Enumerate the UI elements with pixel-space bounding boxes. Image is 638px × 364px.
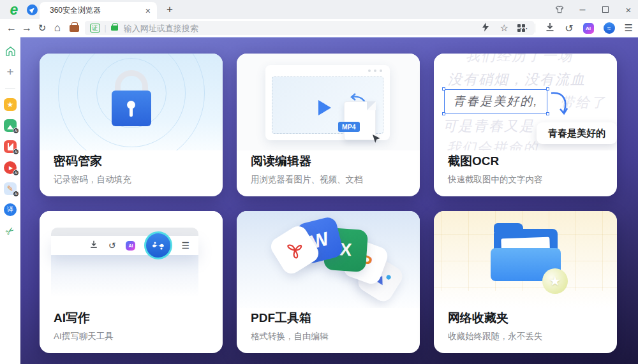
favorites-star-icon: ★ (4, 98, 17, 111)
main-menu-icon[interactable]: ☰ (625, 22, 633, 34)
file-type-badge: MP4 (338, 122, 360, 132)
handwriting-line: 可是青春又是 (443, 117, 535, 136)
padlock-icon (112, 91, 151, 126)
sidebar-add-button[interactable]: + (4, 66, 17, 78)
ai-browser-logo-icon[interactable]: ≈ (604, 22, 615, 34)
ai-mini-badge: AI (13, 170, 19, 176)
ai-mini-badge: AI (13, 127, 19, 134)
menu-icon: ☰ (181, 240, 189, 251)
back-button[interactable]: ← (4, 19, 19, 37)
ai-writing-illustration: ↺ AI ☰ (40, 211, 223, 308)
mini-toolbar: ↺ AI ☰ (51, 236, 198, 255)
download-icon[interactable] (545, 22, 555, 34)
ai-badge-icon: AI (126, 241, 135, 251)
home-icon (5, 46, 16, 57)
feature-page: 密码管家 记录密码，自动填充 MP4 (20, 37, 638, 364)
sidebar-item-image-ai[interactable]: AI (4, 119, 17, 132)
mp4-file-icon: MP4 (344, 101, 376, 140)
ocr-result-bubble: 青春是美好的 (537, 122, 617, 144)
sidebar-item-favorites[interactable]: ★ (4, 98, 17, 111)
card-web-favorites[interactable]: ★ 网络收藏夹 收藏始终跟随，永不丢失 (434, 211, 617, 353)
tab-360-browser[interactable]: 360安全浏览器 × (40, 2, 157, 19)
close-tab-icon[interactable]: × (145, 6, 151, 15)
card-subtitle: 快速截取图中的文字内容 (448, 174, 543, 186)
selected-text: 青春是美好的, (453, 93, 538, 110)
sidebar-item-translate[interactable]: 译 (4, 203, 17, 216)
reader-illustration: MP4 (237, 54, 420, 150)
ai-mini-badge: AI (13, 191, 19, 197)
divider (535, 24, 535, 33)
cursor-icon (372, 135, 380, 143)
card-subtitle: AI撰写聊天工具 (54, 331, 114, 342)
handwriting-line: 我们会拼命的 (447, 138, 538, 150)
handwriting-line: 我们经历了一场 (466, 54, 573, 66)
play-icon (318, 100, 331, 115)
lightning-accelerate-icon[interactable] (482, 22, 489, 34)
card-password-manager[interactable]: 密码管家 记录密码，自动填充 (40, 54, 223, 196)
pdf-logo-icon (280, 235, 309, 264)
card-subtitle: 用浏览器看图片、视频、文档 (251, 174, 363, 186)
sidebar: + ★ AI AI ▶ AI ✎ AI 译 ✂ (0, 37, 20, 364)
browser-window: e 360安全浏览器 × + – × ← → ↻ ⌂ 证 | (0, 0, 638, 364)
star-badge-icon: ★ (542, 268, 568, 294)
navigation-toolbar: ← → ↻ ⌂ 证 | ☆ ⋯ ↺ AI ≈ (0, 19, 638, 37)
handwriting-line: 没有硝烟，没有流血 (448, 70, 586, 89)
translate-icon: 译 (4, 203, 17, 216)
card-reader-editor[interactable]: MP4 阅读编辑器 用浏览器看图片、视频、文档 (237, 54, 420, 196)
netbank-briefcase-icon[interactable] (67, 19, 81, 37)
sidebar-item-pdf-ai[interactable]: AI (4, 140, 17, 153)
tab-bar: e 360安全浏览器 × + – × (0, 0, 638, 19)
restore-tab-icon[interactable]: ↺ (565, 22, 573, 34)
card-screenshot-ocr[interactable]: 我们经历了一场 没有硝烟，没有流血 带给了 可是青春又是 我们会拼命的 青春是美… (434, 54, 617, 196)
window-controls: – × (555, 0, 633, 19)
sidebar-item-notes-ai[interactable]: ✎ AI (4, 182, 17, 195)
browser-logo-icon[interactable]: e (6, 2, 22, 17)
sidebar-item-screenshot[interactable]: ✂ (4, 224, 17, 237)
divider (5, 88, 15, 89)
pdf-toolbox-illustration: P X W (237, 211, 420, 308)
card-title: 网络收藏夹 (448, 310, 508, 326)
card-pdf-toolbox[interactable]: P X W PDF工具箱 格式转换，自由编辑 (237, 211, 420, 353)
forward-button[interactable]: → (20, 19, 34, 37)
refresh-button[interactable]: ↻ (35, 19, 49, 37)
card-subtitle: 收藏始终跟随，永不丢失 (448, 331, 543, 342)
separator: | (105, 24, 107, 33)
paper-plane-icon[interactable] (27, 4, 38, 15)
scissors-icon: ✂ (3, 223, 17, 238)
undo-icon: ↺ (108, 240, 116, 251)
secure-lock-icon[interactable] (111, 25, 118, 31)
certificate-badge[interactable]: 证 (90, 24, 100, 33)
extensions-grid-icon[interactable] (517, 24, 525, 32)
ocr-selection-box: 青春是美好的, (444, 89, 547, 113)
ai-mini-badge: AI (13, 149, 19, 155)
bookmark-star-icon[interactable]: ☆ (500, 22, 508, 34)
address-bar[interactable]: 证 | ☆ ⋯ (85, 21, 534, 35)
card-title: PDF工具箱 (251, 310, 311, 326)
address-input[interactable] (124, 24, 482, 33)
sidebar-item-video-ai[interactable]: ▶ AI (4, 161, 17, 174)
card-ai-writing[interactable]: ↺ AI ☰ AI写作 AI撰写聊天工具 (40, 211, 223, 353)
password-illustration (40, 54, 223, 150)
card-title: 密码管家 (54, 153, 102, 170)
tab-title: 360安全浏览器 (50, 5, 145, 16)
skin-theme-icon[interactable] (555, 5, 564, 14)
folder-icon: ★ (487, 222, 564, 293)
card-title: 截图OCR (448, 153, 499, 170)
maximize-button[interactable] (601, 5, 610, 14)
new-tab-button[interactable]: + (163, 3, 176, 16)
feature-cards-grid: 密码管家 记录密码，自动填充 MP4 (40, 54, 617, 353)
toolbar-right: ↺ AI ≈ ☰ (517, 19, 633, 37)
ocr-illustration: 我们经历了一场 没有硝烟，没有流血 带给了 可是青春又是 我们会拼命的 青春是美… (434, 54, 617, 150)
download-icon (89, 240, 98, 251)
close-window-button[interactable]: × (624, 5, 633, 14)
card-title: AI写作 (54, 310, 90, 326)
minimize-button[interactable]: – (578, 5, 587, 14)
favorites-illustration: ★ (434, 211, 617, 308)
sidebar-item-home[interactable] (4, 45, 17, 57)
ai-assistant-icon[interactable]: AI (583, 23, 594, 34)
card-title: 阅读编辑器 (251, 153, 311, 170)
curved-arrow-icon (550, 91, 569, 117)
card-subtitle: 格式转换，自由编辑 (251, 331, 329, 342)
home-button[interactable]: ⌂ (50, 19, 64, 37)
card-subtitle: 记录密码，自动填充 (54, 174, 131, 186)
